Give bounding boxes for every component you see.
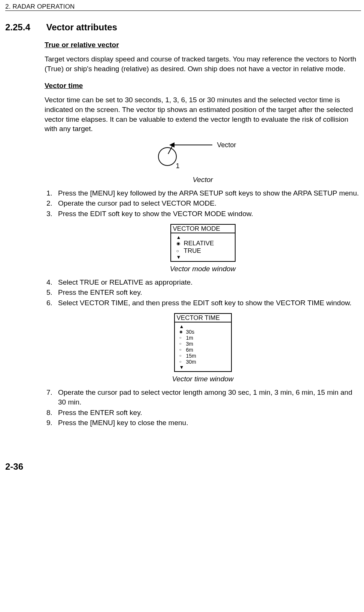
option-label: 30s <box>186 329 195 335</box>
section-title: Vector attributes <box>46 22 117 33</box>
option-label: 6m <box>186 347 193 353</box>
option-true: ○ TRUE <box>176 247 231 255</box>
option-label: 1m <box>186 335 193 341</box>
step-6: Select VECTOR TIME, and then press the E… <box>54 298 361 308</box>
radio-unselected-icon: ○ <box>179 342 186 346</box>
page-header: 2. RADAR OPERATION <box>5 3 361 11</box>
step-9: Press the [MENU] key to close the menu. <box>54 418 361 428</box>
step-3: Press the EDIT soft key to show the VECT… <box>54 209 361 219</box>
step-2: Operate the cursor pad to select VECTOR … <box>54 199 361 208</box>
vector-diagram-figure: Vector 1 <box>45 139 361 173</box>
option-label: 30m <box>186 359 196 365</box>
vector-mode-title: VECTOR MODE <box>171 225 235 233</box>
vector-mode-caption: Vector mode window <box>45 265 361 273</box>
vector-time-caption: Vector time window <box>45 375 361 383</box>
scroll-up-icon: ▲ <box>176 235 231 240</box>
option-6m: ○ 6m <box>179 347 227 353</box>
vector-mode-window: VECTOR MODE ▲ ◉ RELATIVE ○ TRUE ▼ <box>170 224 236 262</box>
option-30m: ○ 30m <box>179 359 227 365</box>
radio-selected-icon: ◉ <box>179 330 186 334</box>
step-4: Select TRUE or RELATIVE as appropriate. <box>54 278 361 287</box>
option-3m: ○ 3m <box>179 341 227 347</box>
subheading-true-relative: True or relative vector <box>45 41 361 49</box>
radio-unselected-icon: ○ <box>179 360 186 364</box>
scroll-down-icon: ▼ <box>179 365 227 370</box>
subheading-vector-time: Vector time <box>45 82 361 90</box>
section-number: 2.25.4 <box>5 22 45 33</box>
step-7: Operate the cursor pad to select vector … <box>54 388 361 407</box>
vector-diagram-caption: Vector <box>45 176 361 184</box>
radio-unselected-icon: ○ <box>176 248 184 254</box>
target-number-label: 1 <box>176 162 180 170</box>
option-label: TRUE <box>184 247 201 255</box>
option-label: RELATIVE <box>184 240 214 247</box>
radio-selected-icon: ◉ <box>176 241 184 246</box>
page-number: 2-36 <box>5 461 361 472</box>
scroll-up-icon: ▲ <box>179 324 227 329</box>
paragraph-vector-time: Vector time can be set to 30 seconds, 1,… <box>45 95 361 134</box>
step-8: Press the ENTER soft key. <box>54 408 361 418</box>
step-5: Press the ENTER soft key. <box>54 288 361 297</box>
radio-unselected-icon: ○ <box>179 354 186 358</box>
step-1: Press the [MENU] key followed by the ARP… <box>54 188 361 198</box>
vector-time-title: VECTOR TIME <box>175 314 231 322</box>
option-15m: ○ 15m <box>179 353 227 359</box>
scroll-down-icon: ▼ <box>176 255 231 260</box>
option-1m: ○ 1m <box>179 335 227 341</box>
option-relative: ◉ RELATIVE <box>176 240 231 247</box>
option-30s: ◉ 30s <box>179 329 227 335</box>
pointer-label: Vector <box>217 141 236 149</box>
vector-time-window: VECTOR TIME ▲ ◉ 30s ○ 1m ○ 3m <box>174 313 232 372</box>
pointer-line-icon <box>171 145 212 145</box>
radio-unselected-icon: ○ <box>179 336 186 340</box>
option-label: 3m <box>186 341 193 347</box>
target-circle-icon <box>158 147 177 166</box>
paragraph-true-relative: Target vectors display speed and course … <box>45 54 361 73</box>
radio-unselected-icon: ○ <box>179 348 186 352</box>
option-label: 15m <box>186 353 196 359</box>
